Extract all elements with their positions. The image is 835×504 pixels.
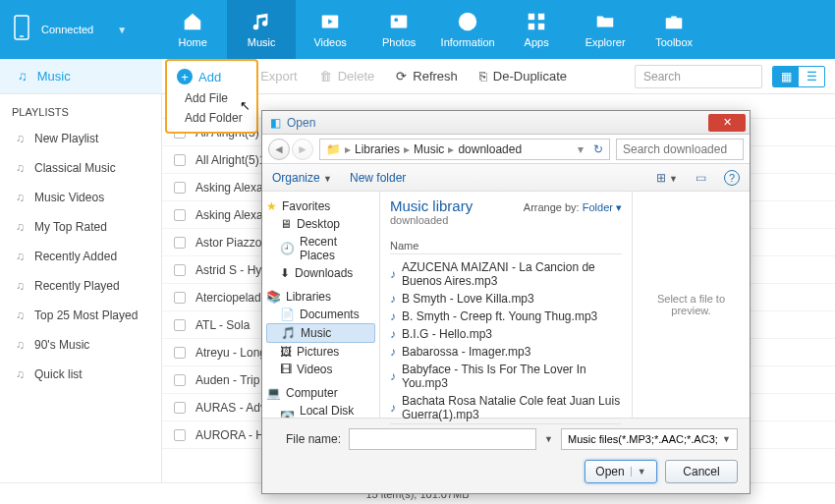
delete-button[interactable]: 🗑Delete xyxy=(319,69,375,84)
sidebar-item[interactable]: ♫Recently Played xyxy=(0,271,161,301)
tree-music[interactable]: 🎵Music xyxy=(266,323,375,343)
bc-downloaded[interactable]: downloaded xyxy=(458,142,522,156)
grid-view-button[interactable]: ▦ xyxy=(773,67,799,86)
file-item[interactable]: ♪Babarossa - Imager.mp3 xyxy=(390,343,622,361)
nav-photos[interactable]: Photos xyxy=(364,0,433,59)
row-checkbox[interactable] xyxy=(174,209,186,221)
file-item[interactable]: ♪B Smyth - Love Killa.mp3 xyxy=(390,290,622,308)
row-checkbox[interactable] xyxy=(174,429,186,441)
preview-pane-button[interactable]: ▭ xyxy=(696,171,706,185)
file-item[interactable]: ♪AZUCENA MAIZANI - La Cancion de Buenos … xyxy=(390,258,622,290)
tree-documents[interactable]: 📄Documents xyxy=(266,306,375,323)
sidebar-item[interactable]: ♫Top 25 Most Played xyxy=(0,301,161,330)
desktop-icon: 🖥 xyxy=(280,217,292,231)
file-item[interactable]: ♪B. Smyth - Creep ft. Young Thug.mp3 xyxy=(390,308,622,325)
nav-information-label: Information xyxy=(441,36,495,48)
file-name: Babarossa - Imager.mp3 xyxy=(402,345,530,359)
nav-music[interactable]: Music xyxy=(227,0,296,59)
tree-videos[interactable]: 🎞Videos xyxy=(266,361,375,378)
sidebar-item[interactable]: ♫Classical Music xyxy=(0,153,161,183)
nav-videos[interactable]: Videos xyxy=(296,0,364,59)
dialog-search[interactable]: Search downloaded xyxy=(616,139,744,160)
sidebar-item[interactable]: ♫Recently Added xyxy=(0,242,161,271)
dialog-titlebar[interactable]: ◧Open ✕ xyxy=(262,111,750,135)
top-navbar: Connected ▼ Home Music Videos Photos Inf… xyxy=(0,0,835,59)
new-folder-button[interactable]: New folder xyxy=(350,171,406,185)
dedup-label: De-Duplicate xyxy=(493,69,567,84)
library-subtitle: downloaded xyxy=(390,214,473,226)
search-input[interactable]: Search xyxy=(635,65,762,88)
device-selector[interactable]: Connected ▼ xyxy=(0,0,146,59)
nav-apps[interactable]: Apps xyxy=(502,0,571,59)
tree-downloads[interactable]: ⬇Downloads xyxy=(266,264,375,282)
sidebar-item[interactable]: ♫90's Music xyxy=(0,330,161,360)
tree-desktop[interactable]: 🖥Desktop xyxy=(266,215,375,233)
forward-button[interactable]: ► xyxy=(292,139,313,160)
row-checkbox[interactable] xyxy=(174,374,186,386)
horizontal-scrollbar[interactable] xyxy=(390,423,622,424)
breadcrumb[interactable]: 📁 ▸Libraries ▸Music ▸downloaded ▾ ↻ xyxy=(319,139,610,160)
view-mode-button[interactable]: ⊞ ▼ xyxy=(656,171,678,185)
tree-pictures[interactable]: 🖼Pictures xyxy=(266,343,375,361)
nav-explorer[interactable]: Explorer xyxy=(571,0,640,59)
tree-computer[interactable]: 💻Computer xyxy=(266,384,375,402)
cancel-button[interactable]: Cancel xyxy=(665,460,738,483)
filename-input[interactable] xyxy=(349,428,536,450)
row-checkbox[interactable] xyxy=(174,154,186,166)
tree-disk-c[interactable]: 💽Local Disk (C:) xyxy=(266,402,375,418)
row-checkbox[interactable] xyxy=(174,292,186,304)
dialog-footer: File name: ▼ Music files(*.MP3;*.AAC;*.A… xyxy=(262,418,750,493)
sidebar-item-label: My Top Rated xyxy=(34,220,107,234)
row-checkbox[interactable] xyxy=(174,347,186,359)
sidebar-item[interactable]: ♫My Top Rated xyxy=(0,212,161,242)
close-button[interactable]: ✕ xyxy=(708,114,746,132)
col-header-name[interactable]: Name xyxy=(390,236,622,254)
view-toggle: ▦ ☰ xyxy=(772,66,825,87)
filename-history-dropdown[interactable]: ▼ xyxy=(544,434,553,444)
help-button[interactable]: ? xyxy=(724,170,740,186)
tree-favorites[interactable]: ★Favorites xyxy=(266,197,375,215)
trash-icon: 🗑 xyxy=(319,69,332,84)
dedup-button[interactable]: ⎘De-Duplicate xyxy=(479,69,567,84)
nav-information[interactable]: Information xyxy=(433,0,502,59)
playlists-sidebar: PLAYLISTS ♫New Playlist♫Classical Music♫… xyxy=(0,94,162,482)
file-item[interactable]: ♪B.I.G - Hello.mp3 xyxy=(390,325,622,343)
folder-icon xyxy=(594,11,616,34)
svg-rect-8 xyxy=(529,24,534,29)
bc-music[interactable]: Music xyxy=(414,142,444,156)
nav-home[interactable]: Home xyxy=(158,0,227,59)
organize-button[interactable]: Organize ▼ xyxy=(272,171,332,185)
back-button[interactable]: ◄ xyxy=(268,139,290,160)
bc-libraries[interactable]: Libraries xyxy=(355,142,400,156)
tree-recent[interactable]: 🕘Recent Places xyxy=(266,233,375,264)
sidebar-item[interactable]: ♫Quick list xyxy=(0,360,161,389)
audio-file-icon: ♪ xyxy=(390,345,396,359)
refresh-label: Refresh xyxy=(413,69,458,84)
sidebar-item[interactable]: ♫Music Videos xyxy=(0,183,161,212)
open-button[interactable]: Open▼ xyxy=(584,460,657,483)
playlist-icon: ♫ xyxy=(16,220,25,234)
refresh-icon[interactable]: ↻ xyxy=(593,142,603,156)
picture-icon: 🖼 xyxy=(280,345,292,359)
video-icon: 🎞 xyxy=(280,363,292,376)
row-checkbox[interactable] xyxy=(174,264,186,276)
file-name: AZUCENA MAIZANI - La Cancion de Buenos A… xyxy=(402,260,622,288)
row-checkbox[interactable] xyxy=(174,319,186,331)
arrange-by[interactable]: Arrange by: Folder ▾ xyxy=(524,201,622,214)
nav-toolbox[interactable]: Toolbox xyxy=(640,0,708,59)
sidebar-item-label: Music Videos xyxy=(34,191,104,204)
tree-libraries[interactable]: 📚Libraries xyxy=(266,288,375,306)
row-checkbox[interactable] xyxy=(174,182,186,194)
row-checkbox[interactable] xyxy=(174,402,186,414)
refresh-button[interactable]: ⟳Refresh xyxy=(396,69,458,84)
file-item[interactable]: ♪Bachata Rosa Natalie Cole feat Juan Lui… xyxy=(390,392,622,423)
svg-point-4 xyxy=(395,18,399,22)
file-item[interactable]: ♪Babyface - This Is For The Lover In You… xyxy=(390,361,622,392)
chevron-down-icon[interactable]: ▾ xyxy=(578,142,584,156)
row-checkbox[interactable] xyxy=(174,237,186,249)
list-view-button[interactable]: ☰ xyxy=(799,67,824,86)
sidebar-item[interactable]: ♫New Playlist xyxy=(0,124,161,153)
library-icon: 📚 xyxy=(266,290,281,304)
sidebar-tab-music[interactable]: ♫ Music xyxy=(0,59,162,93)
filetype-filter[interactable]: Music files(*.MP3;*.AAC;*.AC3;▼ xyxy=(561,428,738,450)
